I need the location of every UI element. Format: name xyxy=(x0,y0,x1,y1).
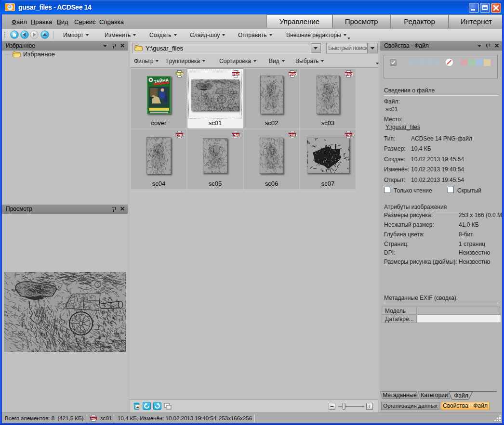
svg-text:PNG: PNG xyxy=(91,417,96,420)
svg-text:Файл: Файл xyxy=(454,392,468,399)
